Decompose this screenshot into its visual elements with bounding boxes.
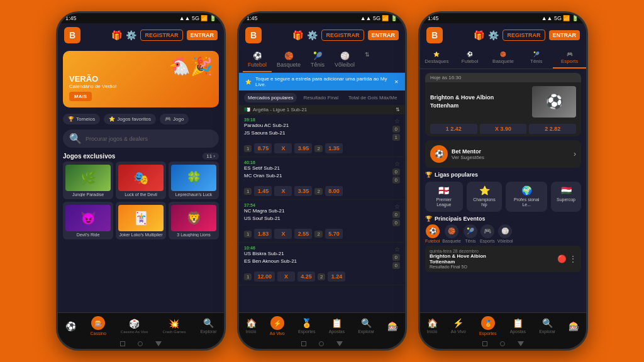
mais-button[interactable]: MAIS xyxy=(69,92,92,101)
game-card-5[interactable]: 🦁 3 Laughing Lions xyxy=(169,202,219,239)
odds-btn-1b[interactable]: 3.35 xyxy=(294,186,312,196)
game-thumb-lions: 🦁 xyxy=(171,205,216,231)
alert-close[interactable]: ✕ xyxy=(394,79,399,85)
explore-label-2: Explorar xyxy=(358,329,374,334)
odds-btn-3x[interactable]: X xyxy=(277,272,295,282)
tab-futebol[interactable]: ⚽ Futebol xyxy=(243,48,272,72)
event-tab-esports-e[interactable]: 🎮 Esports xyxy=(480,224,495,243)
odds-btn-1a[interactable]: 1.45 xyxy=(254,186,272,196)
search-bar[interactable]: 🔍 Procurar jogos & dealers xyxy=(63,129,219,148)
tab-sort[interactable]: ⇅ xyxy=(360,48,375,72)
sports-tab-destaques[interactable]: ⭐ Destaques xyxy=(420,48,453,69)
star-icon-2[interactable]: ☆ xyxy=(394,203,400,210)
jogo-button[interactable]: 🎮 Jogo xyxy=(160,114,189,124)
bottom-nav-inicio-3[interactable]: 🏠 Início xyxy=(427,318,438,334)
bottom-nav-esportes-2[interactable]: 🏅 Esportes xyxy=(298,318,316,334)
event-more-icon[interactable]: ⋮ xyxy=(569,255,577,263)
sports-tab-esports[interactable]: 🎮 Esports xyxy=(553,48,586,69)
featured-odds-1[interactable]: 1 2.42 xyxy=(430,124,477,134)
gear-icon-2[interactable]: ⚙️ xyxy=(307,30,318,40)
star-icon-0[interactable]: ☆ xyxy=(394,118,400,124)
bottom-nav-apostas-3[interactable]: 📋 Apostas xyxy=(510,318,526,334)
odds-btn-0c[interactable]: 1.35 xyxy=(325,143,343,153)
odds-btn-1c[interactable]: 8.00 xyxy=(325,186,343,196)
event-tab-basquete[interactable]: 🏀 Basquete xyxy=(442,224,461,243)
game-card-3[interactable]: 😈 Devil's Ride xyxy=(63,202,113,239)
bottom-nav-inicio-2[interactable]: 🏠 Início xyxy=(246,318,257,334)
bottom-nav-explore-2[interactable]: 🔍 Explorar xyxy=(358,318,374,334)
league-premier[interactable]: 🏴󠁧󠁢󠁥󠁮󠁧󠁿 Premier League xyxy=(425,182,463,212)
bet-mentor[interactable]: ⚽ Bet Mentor Ver Sugestões › xyxy=(425,140,581,168)
register-button-2[interactable]: REGISTRAR xyxy=(321,30,364,41)
gift-icon-3[interactable]: 🎁 xyxy=(474,30,484,40)
odds-btn-2b[interactable]: 2.55 xyxy=(294,229,312,239)
bottom-nav-aovivo-2[interactable]: ⚡ Ao Vivo xyxy=(270,316,285,336)
torneios-button[interactable]: 🏆 Torneios xyxy=(63,114,100,124)
game-card-0[interactable]: 🌿 Jungle Paradise xyxy=(63,162,113,199)
explore-label-3: Explorar xyxy=(539,329,555,334)
gear-icon[interactable]: ⚙️ xyxy=(126,30,136,40)
sports-tab-basquete[interactable]: 🏀 Basquete xyxy=(487,48,520,69)
section-count[interactable]: 11 › xyxy=(203,153,219,160)
match-teams-0: Paradou AC Sub-21 JS Saoura Sub-21 xyxy=(244,122,289,137)
event-tab-tenis-e[interactable]: 🎾 Tênis xyxy=(464,224,477,243)
odds-btn-2a[interactable]: 1.83 xyxy=(254,229,272,239)
featured-odds-2[interactable]: 2 2.82 xyxy=(529,124,576,134)
filter-resultado[interactable]: Resultado Final xyxy=(299,93,342,102)
bottom-nav-casino-3[interactable]: 🎰 xyxy=(569,321,579,331)
sports-tab-tenis[interactable]: 🎾 Tênis xyxy=(519,48,553,69)
odds-btn-3c[interactable]: 1.24 xyxy=(328,272,345,282)
tab-voleibol[interactable]: 🏐 Vôleibol xyxy=(330,48,360,72)
odds-btn-2c[interactable]: 5.70 xyxy=(325,229,343,239)
tab-basquete[interactable]: 🏀 Basquete xyxy=(272,48,306,72)
alert-text: Toque e segure a estrela para adicionar … xyxy=(255,76,391,87)
bottom-nav-casino-2[interactable]: 🎰 xyxy=(387,321,398,331)
enter-button-1[interactable]: ENTRAR xyxy=(187,30,218,40)
gift-icon[interactable]: 🎁 xyxy=(111,30,122,40)
game-card-4[interactable]: 🃏 Joker Loko's Multiplier xyxy=(116,202,166,239)
odds-btn-3b[interactable]: 4.25 xyxy=(297,272,315,282)
filter-mercados[interactable]: Mercados populares xyxy=(244,93,297,102)
game-card-2[interactable]: 🍀 Leprechaun's Luck xyxy=(169,162,219,199)
enter-button-2[interactable]: ENTRAR xyxy=(368,30,399,40)
league-champions[interactable]: ⭐ Champions hip xyxy=(467,182,502,212)
filter-gols[interactable]: Total de Gols Máx/Me xyxy=(345,93,401,102)
event-tab-futebol[interactable]: ⚽ Futebol xyxy=(425,224,440,243)
odds-btn-0x[interactable]: X xyxy=(274,143,292,153)
register-button-3[interactable]: REGISTRAR xyxy=(502,30,545,41)
odds-btn-1x[interactable]: X xyxy=(274,186,292,196)
section-title: Jogos exclusivos xyxy=(63,153,115,160)
bottom-nav-live-casino[interactable]: 🎲 Cassino Ao Vivo xyxy=(121,319,148,334)
featured-odds-x[interactable]: X 3.90 xyxy=(480,124,527,134)
star-icon-1[interactable]: ☆ xyxy=(394,160,400,167)
favoritos-button[interactable]: ⭐ Jogos favoritos xyxy=(104,114,156,124)
register-button-1[interactable]: REGISTRAR xyxy=(140,30,182,41)
league-professional[interactable]: 🌍 Profes sional Le... xyxy=(506,182,547,212)
casino-label: Cassino xyxy=(91,331,106,336)
bottom-nav-aovivo-3[interactable]: ⚡ Ao Vivo xyxy=(451,318,466,334)
esportes-label-3: Esportes xyxy=(479,331,497,336)
league-supercopa[interactable]: 🇭🇺 Supercop xyxy=(551,182,581,212)
bottom-nav-casino[interactable]: 🎰 Cassino xyxy=(91,316,106,336)
game-card-1[interactable]: 🎭 Luck of the Devil xyxy=(116,162,166,199)
bottom-nav-explore-1[interactable]: 🔍 Explorar xyxy=(200,318,216,334)
bottom-nav-explore-3[interactable]: 🔍 Explorar xyxy=(539,318,555,334)
bottom-nav-apostas-2[interactable]: 📋 Apostas xyxy=(329,318,345,334)
bottom-nav-esportes-3[interactable]: 🏅 Esportes xyxy=(479,316,497,336)
odds-btn-0a[interactable]: 8.75 xyxy=(254,143,272,153)
sports-tab-futebol[interactable]: ⚽ Futebol xyxy=(453,48,487,69)
event-tenis-icon: 🎾 xyxy=(464,224,477,238)
odds-btn-3a[interactable]: 12.00 xyxy=(254,272,275,282)
gift-icon-2[interactable]: 🎁 xyxy=(292,30,303,40)
bottom-nav-crash[interactable]: 💥 Crash Games xyxy=(162,319,186,334)
odds-btn-0b[interactable]: 3.95 xyxy=(294,143,312,153)
bottom-nav-sport[interactable]: ⚽ xyxy=(65,321,76,331)
odds-num-1: 1 xyxy=(244,188,252,195)
odds-btn-2x[interactable]: X xyxy=(274,229,292,239)
game-name-1: Luck of the Devil xyxy=(118,192,164,197)
gear-icon-3[interactable]: ⚙️ xyxy=(488,30,499,40)
event-tab-voleibol-e[interactable]: 🏐 Vôleibol xyxy=(497,224,513,243)
enter-button-3[interactable]: ENTRAR xyxy=(549,30,580,40)
star-icon-3[interactable]: ☆ xyxy=(394,246,400,253)
tab-tenis[interactable]: 🎾 Tênis xyxy=(306,48,330,72)
